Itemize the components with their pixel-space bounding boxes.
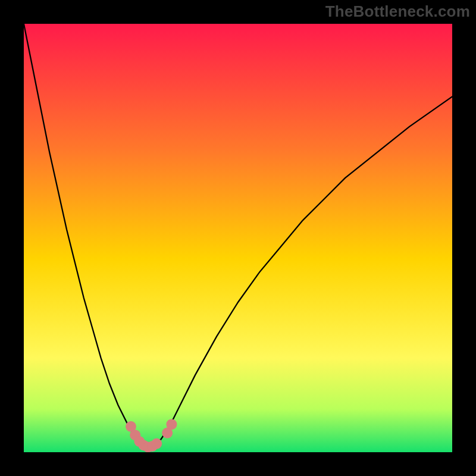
- chart-svg: [24, 24, 452, 452]
- curve-marker: [151, 439, 162, 449]
- plot-area: [24, 24, 452, 452]
- curve-marker: [166, 419, 177, 430]
- gradient-background: [24, 24, 452, 452]
- chart-container: TheBottleneck.com: [0, 0, 476, 476]
- watermark-label: TheBottleneck.com: [325, 2, 470, 21]
